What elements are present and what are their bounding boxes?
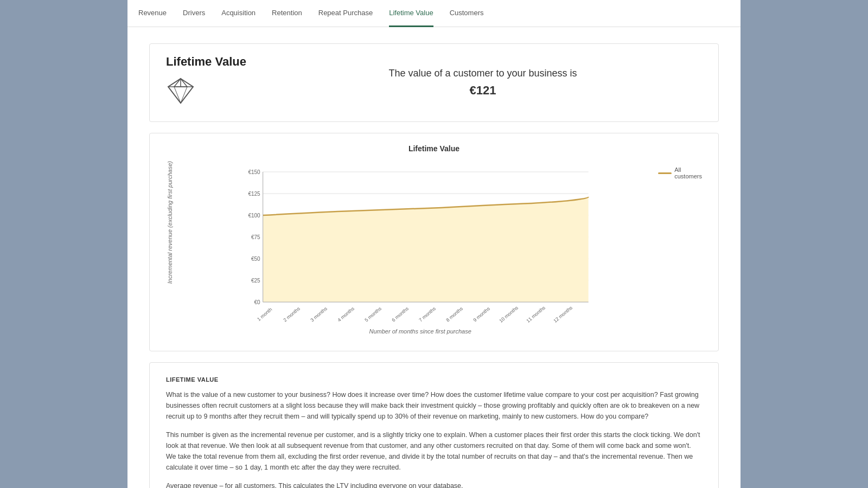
- svg-text:6 months: 6 months: [391, 306, 410, 323]
- nav-item-acquisition[interactable]: Acquisition: [221, 0, 256, 27]
- nav-item-revenue[interactable]: Revenue: [138, 0, 167, 27]
- x-axis-label: Number of months since first purchase: [190, 328, 650, 335]
- legend-line: [658, 172, 672, 174]
- svg-text:€25: €25: [251, 278, 260, 284]
- page-title: Lifetime Value: [166, 55, 246, 69]
- header-section: Lifetime Value The value of a cust: [149, 43, 719, 122]
- desc-paragraph: This number is given as the incremental …: [166, 429, 702, 473]
- chart-area: Incremental revenue (excluding first pur…: [166, 161, 702, 335]
- nav-item-retention[interactable]: Retention: [272, 0, 302, 27]
- svg-text:9 months: 9 months: [472, 306, 491, 323]
- content-area: Lifetime Value The value of a cust: [127, 27, 741, 488]
- svg-text:11 months: 11 months: [525, 305, 546, 324]
- chart-svg-wrapper: €0 €25 €50 €75 €100 €125 €150: [190, 161, 650, 325]
- header-value-area: The value of a customer to your business…: [264, 66, 702, 100]
- page-wrapper: RevenueDriversAcquisitionRetentionRepeat…: [0, 0, 868, 488]
- legend-label: All customers: [674, 166, 702, 179]
- chart-title: Lifetime Value: [166, 144, 702, 153]
- chart-svg: €0 €25 €50 €75 €100 €125 €150: [190, 161, 650, 324]
- nav-item-lifetime-value[interactable]: Lifetime Value: [389, 0, 433, 27]
- chart-inner: €0 €25 €50 €75 €100 €125 €150: [190, 161, 650, 335]
- desc-paragraphs: What is the value of a new customer to y…: [166, 389, 702, 488]
- svg-text:8 months: 8 months: [445, 306, 464, 323]
- svg-text:€100: €100: [248, 213, 260, 219]
- svg-text:€0: €0: [254, 299, 261, 305]
- header-subtitle: The value of a customer to your business…: [388, 68, 577, 79]
- svg-text:2 months: 2 months: [282, 306, 301, 323]
- desc-paragraph: Average revenue – for all customers. Thi…: [166, 480, 702, 488]
- svg-text:€75: €75: [251, 234, 260, 240]
- svg-line-4: [181, 87, 187, 103]
- ltv-value: €121: [264, 81, 702, 100]
- svg-text:€50: €50: [251, 256, 260, 262]
- desc-heading: LIFETIME VALUE: [166, 376, 702, 383]
- svg-line-3: [174, 87, 181, 103]
- svg-text:10 months: 10 months: [498, 305, 519, 324]
- diamond-icon: [166, 76, 196, 111]
- main-container: RevenueDriversAcquisitionRetentionRepeat…: [127, 0, 741, 488]
- legend-all-customers: All customers: [658, 166, 702, 179]
- svg-text:12 months: 12 months: [552, 305, 573, 324]
- chart-section: Lifetime Value Incremental revenue (excl…: [149, 133, 719, 351]
- svg-text:€150: €150: [248, 169, 260, 175]
- nav-item-repeat-purchase[interactable]: Repeat Purchase: [318, 0, 373, 27]
- desc-section: LIFETIME VALUE What is the value of a ne…: [149, 362, 719, 488]
- nav-item-drivers[interactable]: Drivers: [183, 0, 205, 27]
- svg-text:€125: €125: [248, 191, 260, 197]
- svg-text:3 months: 3 months: [309, 306, 328, 323]
- svg-text:1 month: 1 month: [256, 306, 273, 322]
- svg-text:7 months: 7 months: [418, 306, 437, 323]
- desc-paragraph: What is the value of a new customer to y…: [166, 389, 702, 422]
- nav-bar: RevenueDriversAcquisitionRetentionRepeat…: [127, 0, 741, 27]
- chart-legend: All customers: [658, 161, 702, 179]
- svg-text:4 months: 4 months: [336, 306, 355, 323]
- y-axis-label: Incremental revenue (excluding first pur…: [166, 161, 188, 284]
- header-left: Lifetime Value: [166, 55, 264, 111]
- svg-text:5 months: 5 months: [363, 306, 382, 323]
- nav-item-customers[interactable]: Customers: [450, 0, 484, 27]
